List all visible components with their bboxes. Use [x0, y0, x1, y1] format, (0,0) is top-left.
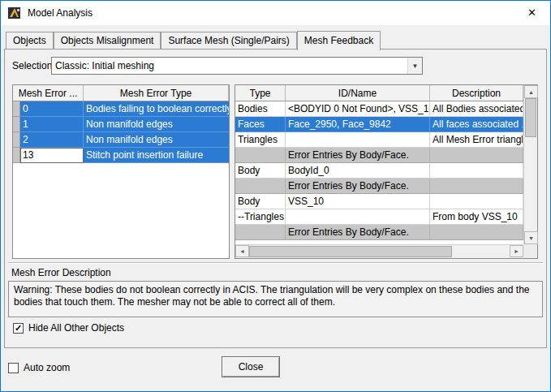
detail-row[interactable]: Error Entries By Body/Face. — [235, 225, 523, 240]
description-cell[interactable] — [430, 225, 523, 240]
row-selector[interactable] — [13, 117, 20, 132]
column-header-description[interactable]: Description — [430, 85, 523, 101]
tab-objects-misalignment[interactable]: Objects Misalignment — [54, 32, 161, 49]
id-name-cell[interactable]: <BODYID 0 Not Found>, VSS_10,... — [286, 101, 430, 117]
close-button[interactable]: Close — [222, 356, 280, 377]
model-analysis-dialog: Model Analysis ✕ ObjectsObjects Misalign… — [0, 0, 551, 392]
detail-row[interactable]: --TrianglesFrom body VSS_10 — [235, 209, 523, 225]
mesh-error-type-cell[interactable]: Non manifold edges — [84, 117, 229, 132]
description-cell[interactable] — [430, 148, 523, 163]
horizontal-scrollbar[interactable]: ◄ ► — [235, 244, 523, 258]
description-cell[interactable]: All Mesh Error triangle. — [430, 132, 523, 148]
column-header-id-name[interactable]: ID/Name — [286, 85, 430, 101]
mesh-error-description-text: Warning: These bodies do not boolean cor… — [8, 281, 543, 317]
type-cell[interactable]: Body — [235, 194, 286, 209]
id-name-cell[interactable]: BodyId_0 — [286, 163, 430, 179]
type-cell[interactable]: Body — [235, 163, 286, 179]
column-header-mesh-error-type[interactable]: Mesh Error Type — [84, 85, 229, 101]
id-name-cell[interactable]: Face_2950, Face_9842 — [286, 117, 430, 132]
row-selector[interactable] — [13, 148, 20, 163]
detail-row[interactable]: TrianglesAll Mesh Error triangle. — [235, 132, 523, 148]
horizontal-scroll-track[interactable] — [249, 245, 510, 258]
id-name-cell[interactable]: VSS_10 — [286, 194, 430, 209]
description-cell[interactable] — [430, 163, 523, 179]
mesh-error-table-header: Mesh Error ... Mesh Error Type — [13, 85, 229, 101]
tab-objects[interactable]: Objects — [6, 32, 54, 49]
mesh-error-id-cell[interactable]: 0 — [20, 101, 84, 117]
type-cell[interactable]: --Triangles — [235, 209, 286, 225]
mesh-error-type-cell[interactable]: Stitch point insertion failure — [84, 148, 229, 163]
hide-all-other-objects-label: Hide All Other Objects — [28, 322, 124, 334]
detail-table: Type ID/Name Description Bodies<BODYID 0… — [235, 84, 538, 259]
close-icon[interactable]: ✕ — [514, 1, 550, 24]
mesh-error-type-cell[interactable]: Bodies failing to boolean correctly — [84, 101, 229, 117]
hide-all-other-objects-checkbox[interactable]: ✓ Hide All Other Objects — [13, 322, 124, 334]
detail-row[interactable]: BodyBodyId_0 — [235, 163, 523, 179]
type-cell[interactable] — [235, 179, 286, 194]
description-cell[interactable]: All Bodies associated — [430, 101, 523, 117]
description-cell[interactable]: From body VSS_10 — [430, 209, 523, 225]
error-table-body: 0Bodies failing to boolean correctly1Non… — [13, 101, 229, 163]
auto-zoom-label: Auto zoom — [24, 362, 70, 373]
mesh-error-id-cell[interactable]: 13 — [20, 148, 84, 163]
mesh-error-id-cell[interactable]: 1 — [20, 117, 84, 132]
detail-table-header: Type ID/Name Description — [235, 85, 523, 101]
column-header-type[interactable]: Type — [235, 85, 286, 101]
detail-row[interactable]: Error Entries By Body/Face. — [235, 179, 523, 194]
id-name-cell[interactable]: Error Entries By Body/Face. — [286, 179, 430, 194]
tab-surface-mesh-single-pairs[interactable]: Surface Mesh (Single/Pairs) — [161, 32, 296, 49]
vertical-scroll-thumb[interactable] — [525, 98, 536, 137]
scroll-right-icon[interactable]: ► — [510, 245, 523, 257]
mesh-error-row[interactable]: 0Bodies failing to boolean correctly — [13, 101, 229, 117]
scroll-up-icon[interactable]: ▲ — [524, 85, 538, 98]
section-divider — [8, 262, 543, 264]
mesh-error-type-cell[interactable]: Non manifold edges — [84, 132, 229, 148]
scrollbar-corner — [523, 244, 537, 258]
row-selector[interactable] — [13, 101, 20, 117]
tab-bar: ObjectsObjects MisalignmentSurface Mesh … — [6, 31, 381, 50]
detail-row[interactable]: FacesFace_2950, Face_9842All faces assoc… — [235, 117, 523, 132]
chevron-down-icon[interactable]: ▼ — [407, 58, 422, 74]
app-icon — [8, 6, 21, 19]
vertical-scroll-track[interactable] — [524, 98, 537, 231]
title-bar: Model Analysis ✕ — [1, 1, 550, 25]
id-name-cell[interactable]: Error Entries By Body/Face. — [286, 225, 430, 240]
type-cell[interactable] — [235, 148, 286, 163]
tab-mesh-feedback[interactable]: Mesh Feedback — [297, 31, 381, 50]
vertical-scrollbar[interactable]: ▲ ▼ — [523, 85, 537, 244]
mesh-error-table: Mesh Error ... Mesh Error Type 0Bodies f… — [12, 84, 230, 259]
checkbox-icon[interactable] — [8, 363, 19, 373]
mesh-error-row[interactable]: 13Stitch point insertion failure — [13, 148, 229, 163]
tab-page-mesh-feedback: Selection: Classic: Initial meshing ▼ Me… — [4, 49, 547, 348]
checkbox-icon[interactable]: ✓ — [13, 323, 24, 334]
detail-table-body-wrap: Type ID/Name Description Bodies<BODYID 0… — [235, 85, 523, 244]
id-name-cell[interactable] — [286, 132, 430, 148]
selection-dropdown[interactable]: Classic: Initial meshing ▼ — [51, 57, 423, 75]
type-cell[interactable]: Triangles — [235, 132, 286, 148]
description-cell[interactable]: All faces associated .. — [430, 117, 523, 132]
type-cell[interactable]: Faces — [235, 117, 286, 132]
id-name-cell[interactable] — [286, 209, 430, 225]
type-cell[interactable]: Bodies — [235, 101, 286, 117]
detail-row[interactable]: BodyVSS_10 — [235, 194, 523, 209]
selection-value: Classic: Initial meshing — [52, 60, 407, 71]
detail-table-body: Bodies<BODYID 0 Not Found>, VSS_10,...Al… — [235, 101, 523, 240]
mesh-error-id-cell[interactable]: 2 — [20, 132, 84, 148]
auto-zoom-checkbox[interactable]: Auto zoom — [8, 362, 70, 373]
type-cell[interactable] — [235, 225, 286, 240]
window-title: Model Analysis — [28, 7, 93, 19]
description-cell[interactable] — [430, 194, 523, 209]
mesh-error-row[interactable]: 1Non manifold edges — [13, 117, 229, 132]
scroll-left-icon[interactable]: ◄ — [235, 245, 249, 257]
id-name-cell[interactable]: Error Entries By Body/Face. — [286, 148, 430, 163]
horizontal-scroll-thumb[interactable] — [249, 246, 452, 257]
detail-row[interactable]: Bodies<BODYID 0 Not Found>, VSS_10,...Al… — [235, 101, 523, 117]
column-header-mesh-error-id[interactable]: Mesh Error ... — [13, 85, 84, 101]
mesh-error-description-label: Mesh Error Description — [11, 267, 111, 278]
selection-label: Selection: — [12, 60, 55, 71]
description-cell[interactable] — [430, 179, 523, 194]
mesh-error-row[interactable]: 2Non manifold edges — [13, 132, 229, 148]
detail-row[interactable]: Error Entries By Body/Face. — [235, 148, 523, 163]
scroll-down-icon[interactable]: ▼ — [524, 231, 538, 244]
row-selector[interactable] — [13, 132, 20, 148]
